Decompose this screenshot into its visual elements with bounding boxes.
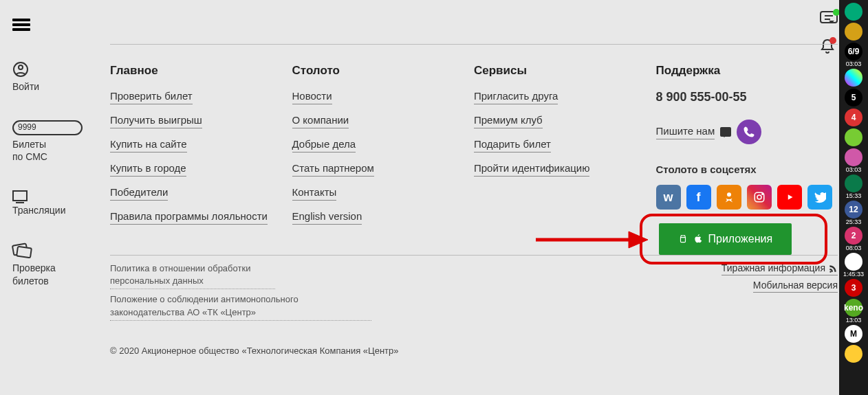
tickets-icon [12,244,32,259]
sms-badge-icon: 9999 [12,120,83,135]
link-about[interactable]: О компании [292,114,349,128]
write-us-link[interactable]: Пишите нам [656,125,715,139]
bell-notification-dot [829,37,836,44]
footer-col-main: Главное Проверить билет Получить выигрыш… [110,64,292,234]
user-circle-icon [12,61,29,78]
svg-point-5 [761,194,763,195]
rail-game-icon: keno [845,299,862,317]
social-links: w f [656,185,838,210]
link-buy-city[interactable]: Купить в городе [110,162,186,177]
rail-game-icon [845,253,862,271]
rail-game-4[interactable]: 5 [841,89,866,107]
rail-game-icon: 4 [845,109,862,126]
left-sidebar: Войти 9999 Билеты по СМС Трансляции Пров… [0,0,83,395]
link-mobile-version[interactable]: Мобильная версия [753,280,838,293]
rail-game-timer: 15:33 [841,193,866,199]
link-good-deeds[interactable]: Добрые дела [292,138,356,153]
rail-game-14[interactable]: M [841,325,866,343]
rail-game-icon [845,69,862,87]
odnoklassniki-icon[interactable] [717,185,741,210]
rail-game-0[interactable] [841,3,866,21]
copyright-text: © 2020 Акционерное общество «Технологиче… [110,346,838,356]
rail-game-8[interactable]: 15:33 [841,174,866,199]
sms-tickets-nav[interactable]: 9999 Билеты по СМС [12,120,83,163]
svg-point-1 [19,65,23,69]
android-icon [678,234,688,245]
login-label: Войти [12,81,39,92]
menu-hamburger-icon[interactable] [12,19,30,34]
link-antimonopoly[interactable]: Положение о соблюдении антимонопольного … [110,293,371,320]
rail-game-1[interactable] [841,23,866,41]
rail-game-11[interactable]: 1:45:33 [841,253,866,278]
link-contacts[interactable]: Контакты [292,186,337,201]
rail-game-12[interactable]: 3 [841,279,866,297]
footer-col-support: Поддержка 8 900 555-00-55 Пишите нам Сто… [656,64,838,234]
rail-game-3[interactable] [841,69,866,87]
rail-game-icon: 5 [845,89,862,106]
link-privacy-policy[interactable]: Политика в отношении обработки персональ… [110,262,275,289]
chat-icon[interactable] [820,11,838,26]
link-winners[interactable]: Победители [110,186,168,201]
rail-game-9[interactable]: 1225:33 [841,201,866,225]
rss-icon [828,264,838,273]
link-identification[interactable]: Пройти идентификацию [474,162,589,177]
rail-game-2[interactable]: 6/903:03 [841,43,866,67]
rail-game-icon [845,148,862,166]
broadcasts-nav[interactable]: Трансляции [12,190,83,216]
col-main-heading: Главное [110,64,292,78]
link-gift-ticket[interactable]: Подарить билет [474,138,551,153]
login-nav[interactable]: Войти [12,61,83,93]
check-label-1: Проверка [12,262,56,273]
rail-game-timer: 13:03 [841,317,866,324]
rail-game-5[interactable]: 4 [841,109,866,127]
sms-tickets-label-1: Билеты [12,139,46,150]
sms-tickets-label-2: по СМС [12,151,47,162]
rail-game-icon [845,345,862,363]
link-buy-online[interactable]: Купить на сайте [110,138,187,153]
facebook-icon[interactable]: f [686,185,711,210]
speech-bubble-icon [720,127,731,137]
link-english[interactable]: English version [292,210,362,225]
rail-game-icon [845,174,862,192]
rail-game-timer: 1:45:33 [841,271,866,278]
apps-button-label: Приложения [708,233,773,245]
rail-game-icon: 12 [845,201,862,218]
rail-game-6[interactable] [841,128,866,147]
footer-col-stoloto: Столото Новости О компании Добрые дела С… [292,64,475,234]
col-stoloto-heading: Столото [292,64,475,78]
viber-icon[interactable] [737,120,761,144]
annotation-arrow [532,226,649,253]
tv-icon [12,190,28,201]
check-tickets-nav[interactable]: Проверка билетов [12,244,83,286]
check-label-2: билетов [12,275,49,286]
link-news[interactable]: Новости [292,90,332,104]
broadcasts-label: Трансляции [12,205,65,216]
vk-icon[interactable]: w [656,185,681,210]
rail-game-icon: 6/9 [845,43,862,60]
rail-game-timer: 03:03 [841,61,866,67]
site-meta-links: Тиражная информация Мобильная версия [721,262,838,325]
link-invite[interactable]: Пригласить друга [474,90,558,104]
socials-heading: Столото в соцсетях [656,163,838,175]
rail-game-10[interactable]: 208:03 [841,227,866,251]
youtube-icon[interactable] [777,185,802,210]
link-premium[interactable]: Премиум клуб [474,114,543,128]
footer-col-services: Сервисы Пригласить друга Премиум клуб По… [474,64,656,234]
games-rail: 6/903:035403:0315:331225:33208:031:45:33… [839,0,868,395]
apple-icon [693,234,703,245]
rail-game-7[interactable]: 03:03 [841,148,866,173]
rail-game-icon: 3 [845,279,862,297]
link-get-winnings[interactable]: Получить выигрыш [110,114,202,128]
rail-game-15[interactable] [841,345,866,363]
support-phone: 8 900 555-00-55 [656,90,838,104]
svg-point-2 [727,192,731,196]
rail-game-timer: 08:03 [841,245,866,251]
link-check-ticket[interactable]: Проверить билет [110,90,193,104]
rail-game-icon: M [845,325,862,343]
link-loyalty-rules[interactable]: Правила программы лояльности [110,210,268,225]
apps-button[interactable]: Приложения [659,223,792,255]
rail-game-13[interactable]: keno13:03 [841,299,866,324]
twitter-icon[interactable] [807,185,832,210]
link-partner[interactable]: Стать партнером [292,162,374,177]
instagram-icon[interactable] [747,185,772,210]
